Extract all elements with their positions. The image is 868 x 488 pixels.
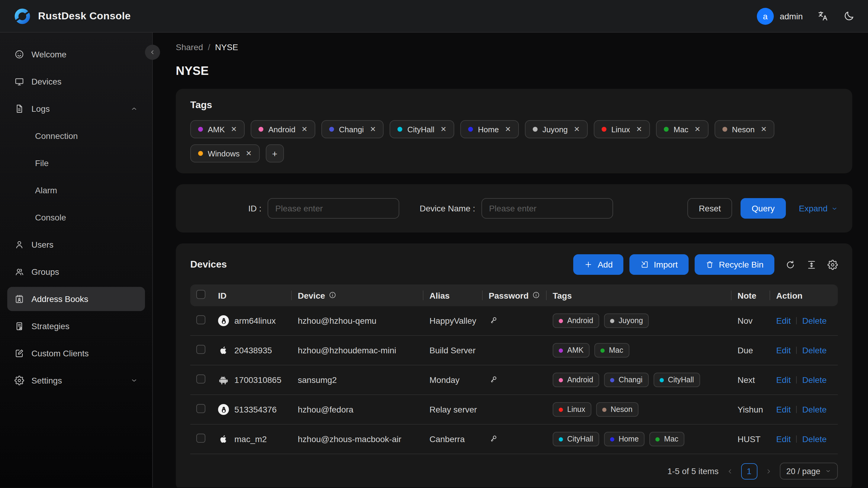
tag-color-dot [656,437,660,441]
password-key-icon[interactable] [489,374,498,384]
id-input[interactable] [268,198,399,219]
delete-link[interactable]: Delete [802,316,827,326]
remove-tag-icon[interactable]: ✕ [761,125,767,133]
user-menu[interactable]: a admin [757,7,803,25]
devices-card: Devices Add Import Recycle Bin [176,243,852,487]
chevron-left-icon [149,48,156,56]
remove-tag-icon[interactable]: ✕ [440,125,446,133]
table-settings-button[interactable] [828,260,838,270]
remove-tag-icon[interactable]: ✕ [246,149,252,158]
breadcrumb-parent[interactable]: Shared [176,42,203,52]
avatar[interactable]: a [757,7,774,25]
tag-color-dot [600,348,604,353]
sidebar-item-devices[interactable]: Devices [7,69,145,94]
device-note: HUST [738,434,761,444]
edit-link[interactable]: Edit [776,345,791,355]
sidebar-item-strategies[interactable]: Strategies [7,314,145,338]
remove-tag-icon[interactable]: ✕ [636,125,642,133]
delete-link[interactable]: Delete [802,345,827,355]
brand-title: RustDesk Console [38,10,131,22]
sidebar-nav: Welcome Devices Logs Connection File Ala… [7,42,145,393]
sidebar-item-welcome[interactable]: Welcome [7,42,145,66]
sidebar-item-alarm[interactable]: Alarm [7,178,145,202]
add-button[interactable]: Add [574,254,624,275]
import-button[interactable]: Import [630,254,689,275]
import-icon [641,260,649,269]
tag-color-dot [722,127,727,132]
edit-link[interactable]: Edit [776,434,791,444]
row-checkbox[interactable] [196,404,205,413]
moon-icon[interactable] [843,10,855,22]
remove-tag-icon[interactable]: ✕ [505,125,511,133]
reload-button[interactable] [785,260,796,270]
query-button[interactable]: Query [741,198,785,219]
sidebar-collapse-button[interactable] [145,45,160,60]
remove-tag-icon[interactable]: ✕ [231,125,237,133]
expand-link[interactable]: Expand [799,204,838,213]
edit-link[interactable]: Edit [776,375,791,385]
device-note: Due [738,345,753,355]
remove-tag-icon[interactable]: ✕ [370,125,376,133]
device-name: sansumg2 [298,375,337,385]
edit-link[interactable]: Edit [776,316,791,326]
sidebar-item-address-books[interactable]: Address Books [7,287,145,311]
rustdesk-logo-icon [13,7,31,25]
device-id: arm64linux [235,316,276,326]
chevron-left-icon [726,467,734,475]
tag-color-dot [559,318,563,323]
row-checkbox[interactable] [196,434,205,443]
edit-link[interactable]: Edit [776,405,791,414]
next-page-button[interactable] [765,467,772,475]
add-tag-button[interactable]: + [266,144,284,162]
reset-button[interactable]: Reset [687,198,733,219]
sidebar-item-console[interactable]: Console [7,205,145,230]
tag-chip: AMK [553,343,590,358]
tag-chip: Juyong [604,313,649,328]
row-checkbox[interactable] [196,315,205,324]
sidebar-item-custom-clients[interactable]: Custom Clients [7,341,145,365]
tag-chip: Mac [594,343,629,358]
language-icon[interactable] [817,10,829,22]
page-size-select[interactable]: 20 / page [779,463,838,480]
main-content: Shared / NYSE NYSE Tags AMK ✕ Android ✕ … [153,33,868,487]
device-name-input[interactable] [481,198,613,219]
tag-color-dot [559,437,563,441]
table-row: 20438935 hzhou@hzhoudemac-mini Build Ser… [190,336,838,365]
table-row: 1700310865 sansumg2 Monday Android Chang… [190,365,838,395]
sidebar-item-connection[interactable]: Connection [7,124,145,148]
remove-tag-icon[interactable]: ✕ [302,125,307,133]
users-icon [14,267,24,277]
page-1-button[interactable]: 1 [741,463,757,479]
row-checkbox[interactable] [196,374,205,384]
select-all-checkbox[interactable] [196,290,205,299]
column-height-button[interactable] [806,260,817,270]
remove-tag-icon[interactable]: ✕ [574,125,580,133]
sidebar-item-settings[interactable]: Settings [7,368,145,393]
sidebar-item-groups[interactable]: Groups [7,260,145,284]
remove-tag-icon[interactable]: ✕ [694,125,701,133]
password-key-icon[interactable] [489,315,498,325]
filter-card: ID : Device Name : Reset Query Expand [176,184,852,233]
chevron-up-icon [130,105,138,112]
tag-chip: Android [553,373,599,387]
sidebar-item-users[interactable]: Users [7,233,145,257]
tag-chip: Juyong ✕ [525,120,588,138]
prev-page-button[interactable] [726,467,734,475]
edit-square-icon [14,348,24,358]
delete-link[interactable]: Delete [802,405,827,414]
sidebar-item-file[interactable]: File [7,151,145,175]
topbar: RustDesk Console a admin [0,0,868,33]
delete-link[interactable]: Delete [802,434,827,444]
devices-card-title: Devices [190,259,227,270]
row-checkbox[interactable] [196,345,205,354]
recycle-bin-button[interactable]: Recycle Bin [695,254,774,275]
password-key-icon[interactable] [489,433,498,443]
tag-color-dot [198,127,203,132]
delete-link[interactable]: Delete [802,375,827,385]
tag-color-dot [468,127,473,132]
info-icon[interactable] [329,292,336,299]
breadcrumb: Shared / NYSE [176,42,852,52]
sidebar-item-logs[interactable]: Logs [7,97,145,121]
info-icon[interactable] [532,292,540,299]
gear-icon [828,260,838,270]
